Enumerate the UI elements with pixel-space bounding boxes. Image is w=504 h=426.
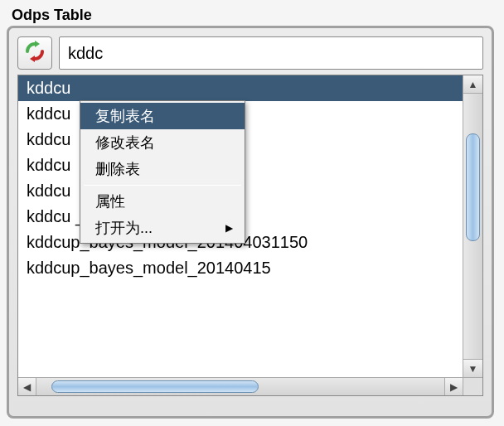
arrow-left-icon: ◀ — [23, 381, 31, 393]
menu-separator — [84, 185, 241, 186]
toolbar — [17, 36, 483, 70]
svg-marker-1 — [30, 56, 35, 62]
scroll-right-button[interactable]: ▶ — [444, 378, 463, 395]
menu-item[interactable]: 属性 — [80, 188, 245, 215]
menu-item-label: 打开为... — [95, 218, 153, 238]
svg-marker-0 — [35, 41, 40, 47]
context-menu: 复制表名修改表名删除表属性打开为...▶ — [80, 100, 245, 244]
panel-title: Odps Table — [12, 7, 497, 24]
scrollbar-corner — [463, 377, 482, 395]
submenu-arrow-icon: ▶ — [225, 222, 233, 234]
arrow-right-icon: ▶ — [450, 381, 458, 393]
arrow-down-icon: ▼ — [468, 363, 478, 375]
horizontal-scroll-thumb[interactable] — [51, 380, 259, 393]
scroll-left-button[interactable]: ◀ — [18, 378, 36, 395]
list-item[interactable]: kddcu — [18, 75, 463, 101]
list-item[interactable]: kddcup_bayes_model_20140415 — [18, 255, 463, 281]
scroll-up-button[interactable]: ▲ — [463, 75, 482, 94]
refresh-icon — [23, 40, 46, 66]
menu-item[interactable]: 打开为...▶ — [80, 215, 245, 241]
horizontal-scrollbar[interactable]: ◀ ▶ — [18, 377, 463, 395]
menu-item[interactable]: 删除表 — [80, 156, 245, 182]
search-input[interactable] — [59, 36, 483, 70]
refresh-button[interactable] — [17, 36, 52, 70]
menu-item-label: 复制表名 — [95, 106, 155, 126]
menu-item[interactable]: 复制表名 — [80, 103, 245, 129]
menu-item-label: 删除表 — [95, 159, 140, 179]
odps-table-panel: kddcukddcukddcukddcukddcukddcu _predicte… — [7, 26, 494, 419]
arrow-up-icon: ▲ — [468, 79, 478, 90]
scroll-down-button[interactable]: ▼ — [463, 359, 482, 377]
table-list: kddcukddcukddcukddcukddcukddcu _predicte… — [17, 75, 483, 396]
menu-item-label: 修改表名 — [95, 133, 155, 152]
menu-item-label: 属性 — [95, 191, 125, 211]
vertical-scroll-thumb[interactable] — [466, 133, 480, 241]
vertical-scrollbar[interactable]: ▲ ▼ — [463, 75, 482, 377]
menu-item[interactable]: 修改表名 — [80, 129, 245, 156]
